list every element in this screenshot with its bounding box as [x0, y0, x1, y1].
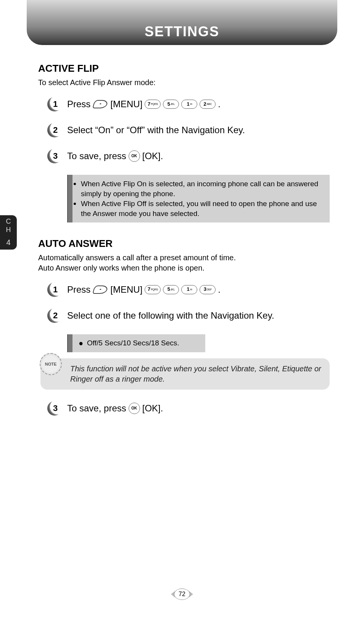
step-text: Select “On” or “Off” with the Navigation… — [67, 124, 245, 137]
text-save: To save, press — [67, 402, 126, 415]
step-badge-1: 1 — [47, 282, 62, 297]
ok-key-icon: OK — [129, 403, 140, 414]
text-press: Press — [67, 283, 90, 296]
info-item: When Active Flip Off is selected, you wi… — [81, 198, 324, 218]
intro-active-flip: To select Active Flip Answer mode: — [38, 77, 330, 88]
info-bar — [68, 175, 72, 222]
text-save: To save, press — [67, 150, 126, 163]
text-ok: [OK]. — [142, 402, 163, 415]
info-body: ● Off/5 Secs/10 Secs/18 Secs. — [72, 334, 205, 352]
intro-auto-answer: Automatically answers a call after a pre… — [38, 253, 330, 273]
key-7: 7PQRS — [145, 285, 161, 294]
step-text: To save, press OK [OK]. — [67, 402, 163, 415]
step-text: Press [MENU] 7PQRS 5JKL 1✉ 3DEF . — [67, 283, 221, 296]
chapter-label: C H — [0, 218, 17, 234]
info-bar — [68, 334, 72, 352]
header-banner: SETTINGS — [27, 0, 337, 45]
key-5: 5JKL — [163, 100, 179, 109]
info-body: When Active Flip On is selected, an inco… — [72, 175, 330, 222]
info-item: When Active Flip On is selected, an inco… — [81, 179, 324, 198]
page-number-value: 72 — [174, 588, 190, 600]
softkey-icon — [92, 285, 108, 294]
bullet-icon: ● — [79, 338, 83, 348]
text-press: Press — [67, 98, 90, 111]
section-title-auto-answer: AUTO ANSWER — [38, 238, 330, 250]
auto-answer-step-1: 1 Press [MENU] 7PQRS 5JKL 1✉ 3DEF . — [47, 282, 330, 297]
section-title-active-flip: ACTIVE FLIP — [38, 63, 330, 74]
ok-key-icon: OK — [129, 150, 140, 162]
note-icon: NOTE — [40, 353, 62, 375]
step-badge-3: 3 — [47, 401, 62, 416]
active-flip-step-1: 1 Press [MENU] 7PQRS 5JKL 1✉ 2ABC . — [47, 97, 330, 111]
key-2: 2ABC — [200, 100, 216, 109]
page-number: 72 — [171, 588, 193, 600]
step-badge-2: 2 — [47, 123, 62, 137]
key-1: 1✉ — [181, 285, 197, 294]
active-flip-step-3: 3 To save, press OK [OK]. — [47, 149, 330, 163]
page-title: SETTINGS — [145, 24, 219, 40]
note-text: This function will not be active when yo… — [40, 358, 330, 390]
info-box-active-flip: When Active Flip On is selected, an inco… — [68, 175, 330, 222]
text-menu: [MENU] — [110, 283, 142, 296]
step-badge-3: 3 — [47, 149, 62, 163]
text-menu: [MENU] — [110, 98, 142, 111]
chapter-number: 4 — [0, 238, 17, 247]
content-area: ACTIVE FLIP To select Active Flip Answer… — [38, 57, 330, 427]
note-auto-answer: NOTE This function will not be active wh… — [40, 358, 330, 390]
text-ok: [OK]. — [142, 150, 163, 163]
auto-answer-step-2: 2 Select one of the following with the N… — [47, 308, 330, 323]
step-badge-2: 2 — [47, 308, 62, 323]
active-flip-step-2: 2 Select “On” or “Off” with the Navigati… — [47, 123, 330, 137]
key-7: 7PQRS — [145, 100, 161, 109]
step-text: Press [MENU] 7PQRS 5JKL 1✉ 2ABC . — [67, 98, 221, 111]
auto-answer-step-3: 3 To save, press OK [OK]. — [47, 401, 330, 416]
options-text: Off/5 Secs/10 Secs/18 Secs. — [87, 338, 179, 348]
step-badge-1: 1 — [47, 97, 62, 111]
step-text: Select one of the following with the Nav… — [67, 309, 274, 322]
options-box-auto-answer: ● Off/5 Secs/10 Secs/18 Secs. — [68, 334, 205, 352]
key-3: 3DEF — [200, 285, 216, 294]
key-5: 5JKL — [163, 285, 179, 294]
key-1: 1✉ — [181, 100, 197, 109]
text-period: . — [218, 98, 221, 111]
note-badge: NOTE — [40, 353, 62, 375]
step-text: To save, press OK [OK]. — [67, 150, 163, 163]
chapter-tab: C H 4 — [0, 215, 17, 250]
softkey-icon — [92, 100, 108, 108]
text-period: . — [218, 283, 221, 296]
